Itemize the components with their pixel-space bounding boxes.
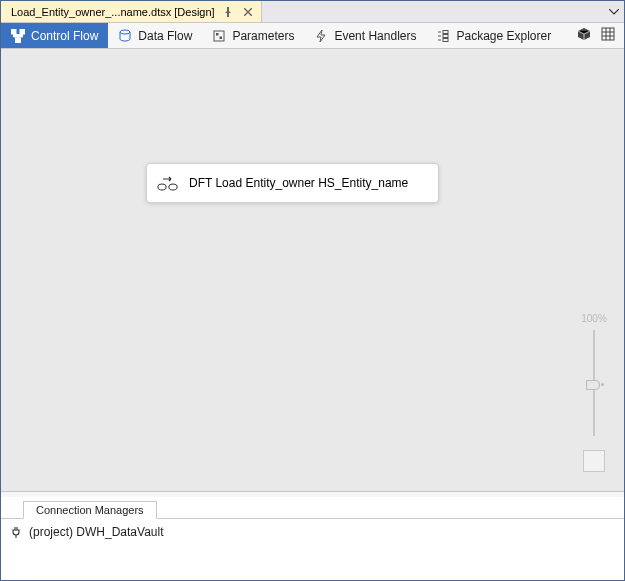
close-icon[interactable] bbox=[241, 5, 255, 19]
svg-rect-1 bbox=[20, 29, 25, 34]
svg-point-3 bbox=[120, 30, 130, 34]
tab-label: Parameters bbox=[232, 29, 294, 43]
connection-item-label: (project) DWH_DataVault bbox=[29, 525, 163, 539]
file-tab-title: Load_Entity_owner_...name.dtsx [Design] bbox=[11, 6, 215, 18]
cube-icon bbox=[577, 27, 591, 44]
zoom-slider[interactable] bbox=[593, 330, 595, 436]
tab-parameters[interactable]: Parameters bbox=[202, 23, 304, 48]
parameters-icon bbox=[212, 29, 226, 43]
tab-label: Package Explorer bbox=[456, 29, 551, 43]
svg-rect-0 bbox=[11, 29, 16, 34]
svg-rect-2 bbox=[16, 38, 21, 43]
zoom-slider-thumb[interactable] bbox=[586, 380, 600, 390]
zoom-fit-button[interactable] bbox=[583, 450, 605, 472]
grid-button[interactable] bbox=[596, 23, 620, 48]
data-flow-task-icon bbox=[157, 174, 179, 192]
zoom-label: 100% bbox=[581, 313, 607, 324]
control-flow-icon bbox=[11, 29, 25, 43]
svg-rect-6 bbox=[220, 36, 223, 39]
task-label: DFT Load Entity_owner HS_Entity_name bbox=[189, 176, 408, 190]
cube-button[interactable] bbox=[572, 23, 596, 48]
event-handlers-icon bbox=[314, 29, 328, 43]
connection-managers-tab[interactable]: Connection Managers bbox=[23, 501, 157, 519]
connection-manager-item[interactable]: (project) DWH_DataVault bbox=[9, 523, 616, 541]
connection-icon bbox=[9, 525, 23, 539]
tab-event-handlers[interactable]: Event Handlers bbox=[304, 23, 426, 48]
pin-icon[interactable] bbox=[221, 5, 235, 19]
connection-managers-panel: Connection Managers (project) DWH_DataVa… bbox=[1, 497, 624, 580]
zoom-control: 100% bbox=[578, 313, 610, 472]
svg-rect-5 bbox=[216, 33, 219, 36]
data-flow-icon bbox=[118, 29, 132, 43]
design-canvas[interactable]: DFT Load Entity_owner HS_Entity_name 100… bbox=[1, 49, 624, 491]
tab-data-flow[interactable]: Data Flow bbox=[108, 23, 202, 48]
designer-tab-toolbar: Control Flow Data Flow Parameters Event … bbox=[1, 23, 624, 49]
tab-label: Control Flow bbox=[31, 29, 98, 43]
tab-label: Event Handlers bbox=[334, 29, 416, 43]
connection-managers-body: (project) DWH_DataVault bbox=[1, 519, 624, 580]
file-tab[interactable]: Load_Entity_owner_...name.dtsx [Design] bbox=[1, 1, 262, 22]
svg-rect-8 bbox=[443, 34, 448, 37]
grid-icon bbox=[601, 27, 615, 44]
svg-rect-9 bbox=[443, 38, 448, 41]
svg-rect-10 bbox=[602, 28, 614, 40]
tab-package-explorer[interactable]: Package Explorer bbox=[426, 23, 561, 48]
document-tab-strip: Load_Entity_owner_...name.dtsx [Design] bbox=[1, 1, 624, 23]
tab-label: Data Flow bbox=[138, 29, 192, 43]
tab-overflow-chevron-icon[interactable] bbox=[604, 1, 624, 22]
connection-managers-tabbar: Connection Managers bbox=[1, 497, 624, 519]
package-explorer-icon bbox=[436, 29, 450, 43]
tab-control-flow[interactable]: Control Flow bbox=[1, 23, 108, 48]
tab-label: Connection Managers bbox=[36, 504, 144, 516]
data-flow-task-node[interactable]: DFT Load Entity_owner HS_Entity_name bbox=[146, 163, 439, 203]
svg-rect-4 bbox=[214, 31, 224, 41]
svg-rect-7 bbox=[443, 30, 448, 33]
